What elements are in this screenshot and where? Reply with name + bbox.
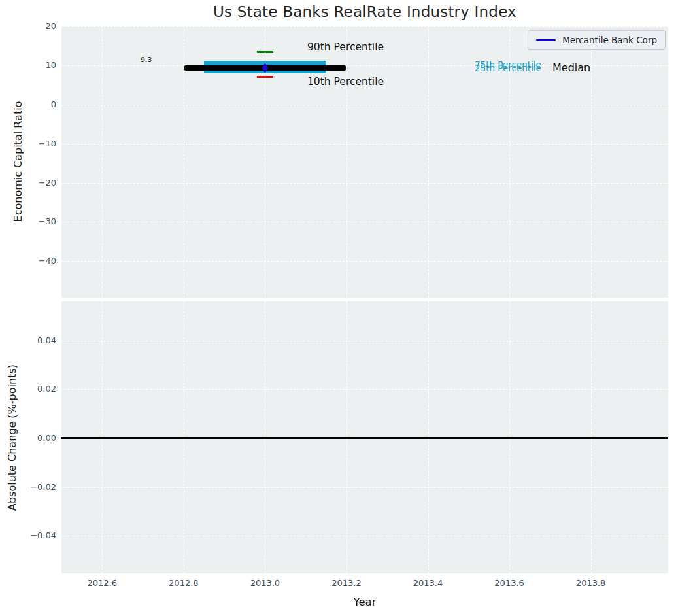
y-gridline xyxy=(61,341,668,341)
bottom-plot-area xyxy=(61,301,668,573)
p90-annotation: 90th Percentile xyxy=(307,41,384,53)
y-gridline xyxy=(61,144,668,145)
value-annotation: 9.3 xyxy=(141,56,152,64)
whisker-cap-bottom xyxy=(257,76,273,78)
x-tick-label: 2013.4 xyxy=(405,578,451,589)
legend-label: Mercantile Bank Corp xyxy=(562,35,657,45)
y-tick-label: 0.02 xyxy=(10,384,56,394)
x-gridline xyxy=(428,26,429,298)
y-tick-label: 0 xyxy=(10,99,56,110)
y-tick-label: 0.04 xyxy=(10,335,56,346)
top-y-axis-label: Economic Capital Ratio xyxy=(12,101,24,222)
x-gridline xyxy=(591,26,592,298)
x-tick-label: 2013.0 xyxy=(242,578,288,589)
x-tick-label: 2012.8 xyxy=(161,578,207,589)
x-tick-label: 2013.6 xyxy=(486,578,532,589)
y-gridline xyxy=(61,487,668,488)
y-tick-label: −10 xyxy=(10,139,56,149)
y-tick-label: −0.04 xyxy=(10,530,56,541)
y-tick-label: −0.02 xyxy=(10,482,56,492)
y-gridline xyxy=(61,261,668,262)
y-tick-label: −40 xyxy=(10,256,56,266)
legend: Mercantile Bank Corp xyxy=(528,30,666,50)
whisker-cap-top xyxy=(257,51,273,53)
x-tick-label: 2013.8 xyxy=(568,578,614,589)
x-gridline xyxy=(102,26,103,298)
y-gridline xyxy=(61,222,668,222)
y-gridline xyxy=(61,536,668,536)
y-gridline xyxy=(61,26,668,27)
zero-line xyxy=(61,437,668,439)
chart-title: Us State Banks RealRate Industry Index xyxy=(61,3,668,20)
y-gridline xyxy=(61,105,668,105)
y-tick-label: −30 xyxy=(10,216,56,227)
y-tick-label: 10 xyxy=(10,60,56,71)
x-tick-label: 2013.2 xyxy=(324,578,369,589)
median-annotation: Median xyxy=(552,61,590,74)
legend-line-sample xyxy=(536,39,556,41)
y-gridline xyxy=(61,183,668,184)
top-plot-area: Mercantile Bank Corp 90th Percentile 10t… xyxy=(61,26,668,298)
p25-annotation: 25th Percentile xyxy=(475,63,541,73)
y-tick-label: −20 xyxy=(10,178,56,188)
p10-annotation: 10th Percentile xyxy=(307,76,384,88)
x-axis-label: Year xyxy=(61,596,668,608)
figure: Us State Banks RealRate Industry Index E… xyxy=(0,0,676,616)
y-gridline xyxy=(61,389,668,390)
x-tick-label: 2012.6 xyxy=(79,578,125,589)
y-tick-label: 20 xyxy=(10,21,56,31)
x-gridline xyxy=(346,26,347,298)
y-tick-label: 0.00 xyxy=(10,433,56,443)
